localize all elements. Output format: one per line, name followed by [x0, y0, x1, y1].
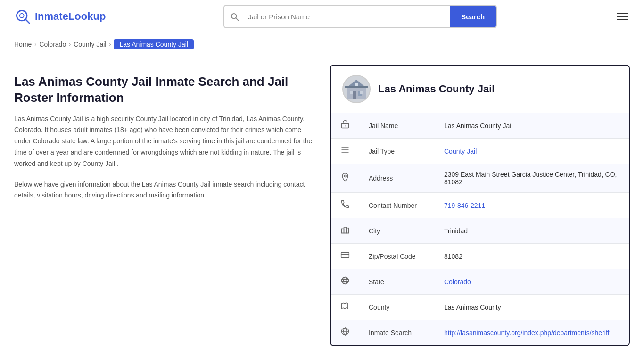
- svg-rect-12: [345, 86, 368, 88]
- search-bar-icon: [224, 7, 244, 26]
- header: InmateLookup Search: [0, 0, 644, 33]
- row-value-link[interactable]: http://lasanimascounty.org/index.php/dep…: [444, 329, 609, 337]
- row-label: Address: [359, 164, 435, 193]
- logo-text-black: Inmate: [35, 10, 68, 22]
- row-icon: [331, 139, 359, 164]
- svg-line-4: [236, 18, 239, 21]
- chevron-icon-3: ›: [109, 41, 111, 48]
- main-content: Las Animas County Jail Inmate Search and…: [0, 55, 644, 362]
- logo-text-blue: Lookup: [68, 10, 106, 22]
- breadcrumb-active: Las Animas County Jail: [114, 39, 194, 49]
- jail-info-card: Las Animas County Jail Jail NameLas Anim…: [330, 65, 630, 346]
- svg-line-1: [25, 19, 29, 23]
- svg-rect-9: [350, 91, 353, 94]
- row-icon: [331, 193, 359, 218]
- row-icon: [331, 164, 359, 193]
- row-value-link[interactable]: County Jail: [444, 148, 477, 155]
- row-value[interactable]: 719-846-2211: [435, 193, 629, 218]
- jail-building-icon: [345, 78, 368, 100]
- info-table: Jail NameLas Animas County JailJail Type…: [331, 113, 629, 345]
- table-row: StateColorado: [331, 269, 629, 295]
- row-label: Jail Type: [359, 139, 435, 164]
- row-value[interactable]: County Jail: [435, 139, 629, 164]
- logo-text: InmateLookup: [35, 10, 106, 23]
- table-row: CityTrinidad: [331, 218, 629, 244]
- search-bar-container: Search: [223, 5, 497, 28]
- svg-rect-21: [347, 228, 349, 233]
- svg-point-25: [342, 277, 349, 284]
- row-icon: [331, 244, 359, 269]
- table-row: Zip/Postal Code81082: [331, 244, 629, 269]
- row-label: Jail Name: [359, 113, 435, 139]
- row-value[interactable]: http://lasanimascounty.org/index.php/dep…: [435, 320, 629, 346]
- row-value: Las Animas County Jail: [435, 113, 629, 139]
- row-label: County: [359, 295, 435, 320]
- page-title: Las Animas County Jail Inmate Search and…: [14, 74, 316, 106]
- svg-point-2: [20, 14, 24, 18]
- row-value-link[interactable]: 719-846-2211: [444, 202, 485, 209]
- logo-icon: [14, 8, 31, 25]
- row-label: Contact Number: [359, 193, 435, 218]
- row-label: Inmate Search: [359, 320, 435, 346]
- svg-point-3: [231, 14, 237, 19]
- page-description-1: Las Animas County Jail is a high securit…: [14, 114, 316, 170]
- row-label: Zip/Postal Code: [359, 244, 435, 269]
- row-icon: [331, 295, 359, 320]
- search-input[interactable]: [244, 7, 450, 26]
- chevron-icon-2: ›: [69, 41, 71, 48]
- table-row: Inmate Searchhttp://lasanimascounty.org/…: [331, 320, 629, 346]
- table-row: Jail TypeCounty Jail: [331, 139, 629, 164]
- row-value[interactable]: Colorado: [435, 269, 629, 295]
- left-column: Las Animas County Jail Inmate Search and…: [14, 65, 316, 346]
- hamburger-menu-icon[interactable]: [615, 11, 630, 22]
- table-row: Address2309 East Main Street Garcia Just…: [331, 164, 629, 193]
- card-title: Las Animas County Jail: [378, 83, 495, 95]
- breadcrumb: Home › Colorado › County Jail › Las Anim…: [0, 33, 644, 55]
- row-icon: [331, 113, 359, 139]
- card-header: Las Animas County Jail: [331, 66, 629, 113]
- row-icon: [331, 218, 359, 244]
- svg-point-26: [344, 277, 347, 284]
- row-label: City: [359, 218, 435, 244]
- page-description-2: Below we have given information about th…: [14, 179, 316, 202]
- row-value-link[interactable]: Colorado: [444, 278, 471, 286]
- logo[interactable]: InmateLookup: [14, 8, 106, 25]
- jail-avatar: [342, 75, 371, 103]
- table-row: CountyLas Animas County: [331, 295, 629, 320]
- table-row: Jail NameLas Animas County Jail: [331, 113, 629, 139]
- svg-rect-6: [353, 91, 356, 99]
- row-value: 81082: [435, 244, 629, 269]
- row-value: Las Animas County: [435, 295, 629, 320]
- chevron-icon-1: ›: [34, 41, 36, 48]
- svg-point-18: [344, 175, 346, 177]
- row-icon: [331, 269, 359, 295]
- row-icon: [331, 320, 359, 346]
- breadcrumb-state[interactable]: Colorado: [39, 41, 66, 48]
- search-button[interactable]: Search: [450, 6, 496, 27]
- svg-rect-23: [341, 252, 349, 258]
- row-value: Trinidad: [435, 218, 629, 244]
- breadcrumb-category[interactable]: County Jail: [74, 41, 106, 48]
- row-value: 2309 East Main Street Garcia Justice Cen…: [435, 164, 629, 193]
- table-row: Contact Number719-846-2211: [331, 193, 629, 218]
- breadcrumb-home[interactable]: Home: [14, 41, 32, 48]
- row-label: State: [359, 269, 435, 295]
- svg-rect-10: [360, 91, 363, 94]
